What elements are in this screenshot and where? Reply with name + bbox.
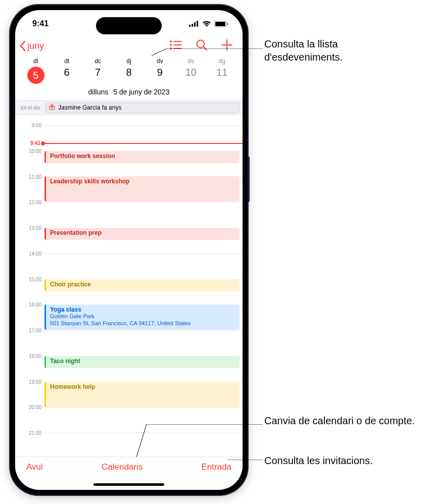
event-title: Choir practice	[50, 281, 91, 288]
weekday-label: dv	[145, 58, 175, 65]
status-icons	[189, 21, 228, 27]
leader-line	[136, 424, 263, 465]
wifi-icon	[202, 21, 211, 27]
event-portfolio[interactable]: Portfolio work session	[44, 151, 240, 163]
day-cell[interactable]: 9	[145, 67, 175, 84]
hour-label: 17:00	[17, 328, 41, 333]
hour-label: 13:00	[17, 225, 41, 231]
day-cell[interactable]: 6	[51, 67, 82, 84]
all-day-row: tot el dia Jasmine Garcia fa anys	[15, 100, 243, 115]
day-cell[interactable]: 7	[82, 67, 113, 84]
full-date-dow: dilluns	[88, 88, 109, 96]
home-indicator[interactable]	[93, 483, 164, 486]
timeline[interactable]: 9:00 10:00 11:00 12:00 13:00 14:00 15:00…	[15, 115, 243, 448]
event-yoga[interactable]: Yoga class Golden Gate Park 501 Stanyan …	[44, 305, 240, 330]
status-time: 9:41	[32, 19, 49, 28]
battery-icon	[214, 21, 228, 27]
event-homework[interactable]: Homework help	[44, 382, 240, 407]
svg-rect-2	[194, 22, 196, 27]
phone-frame: 9:41 juny	[10, 5, 248, 495]
back-button[interactable]: juny	[19, 41, 44, 52]
hour-label: 18:00	[17, 353, 41, 359]
svg-point-13	[197, 40, 205, 48]
weekday-label: dj	[113, 58, 144, 65]
hour-label: 19:00	[17, 379, 41, 384]
time-gutter: 9:00 10:00 11:00 12:00 13:00 14:00 15:00…	[15, 115, 43, 448]
callout-list: Consulta la llista d'esdeveniments.	[264, 37, 416, 64]
event-title: Homework help	[50, 383, 95, 390]
now-label: 9:41	[15, 140, 40, 146]
event-title: Taco night	[50, 358, 80, 365]
svg-rect-5	[215, 22, 225, 26]
back-label: juny	[27, 41, 44, 52]
all-day-event[interactable]: Jasmine Garcia fa anys	[45, 103, 240, 113]
chevron-left-icon	[19, 41, 26, 51]
cellular-icon	[189, 21, 199, 27]
hour-label: 10:00	[17, 148, 41, 154]
day-cell[interactable]: 11	[207, 67, 238, 84]
now-indicator	[43, 143, 243, 144]
leader-line	[227, 460, 263, 465]
day-number-row: 5 6 7 8 9 10 11	[15, 65, 243, 88]
event-title: Portfolio work session	[50, 153, 115, 160]
hour-label: 21:00	[17, 430, 41, 436]
svg-rect-10	[173, 44, 182, 45]
weekday-label: ds	[175, 58, 206, 65]
gift-icon	[49, 104, 55, 112]
svg-rect-6	[227, 23, 228, 25]
svg-rect-8	[173, 41, 182, 42]
event-title: Yoga class	[50, 306, 81, 313]
weekday-label: dt	[51, 58, 82, 65]
all-day-event-title: Jasmine Garcia fa anys	[58, 104, 121, 111]
day-cell[interactable]: 8	[113, 67, 144, 84]
today-button[interactable]: Avui	[26, 462, 43, 472]
event-taco[interactable]: Taco night	[44, 356, 240, 368]
day-cell[interactable]: 10	[175, 67, 206, 84]
screen: 9:41 juny	[15, 10, 243, 490]
svg-point-9	[170, 44, 172, 46]
full-date-text: 5 de juny de 2023	[113, 88, 169, 96]
weekday-label: dc	[82, 58, 113, 65]
event-presentation[interactable]: Presentation prep	[44, 228, 240, 240]
hour-label: 12:00	[17, 199, 41, 205]
svg-rect-3	[197, 21, 198, 27]
event-leadership[interactable]: Leadership skills workshop	[44, 176, 240, 201]
day-cell-selected[interactable]: 5	[20, 67, 51, 84]
hour-label: 9:00	[17, 123, 41, 128]
event-location: Golden Gate Park	[50, 313, 235, 320]
svg-point-7	[170, 40, 172, 42]
all-day-label: tot el dia	[15, 105, 45, 111]
weekday-header: dl dt dc dj dv ds dg	[15, 58, 243, 65]
event-choir[interactable]: Choir practice	[44, 279, 240, 291]
weekday-label: dg	[207, 58, 238, 65]
dynamic-island	[96, 17, 162, 34]
hour-label: 20:00	[17, 405, 41, 410]
hour-label: 16:00	[17, 302, 41, 308]
event-title: Presentation prep	[50, 229, 102, 236]
weekday-label: dl	[20, 58, 51, 65]
full-date: dilluns 5 de juny de 2023	[15, 88, 243, 100]
event-title: Leadership skills workshop	[50, 178, 129, 185]
leader-line	[152, 48, 263, 59]
callout-invites: Consulta les invitacions.	[264, 454, 421, 467]
event-address: 501 Stanyan St, San Francisco, CA 94117,…	[50, 320, 235, 327]
hour-label: 15:00	[17, 276, 41, 282]
callout-switch: Canvia de calendari o de compte.	[264, 414, 416, 427]
svg-rect-1	[192, 24, 193, 27]
svg-rect-0	[189, 25, 191, 27]
hour-label: 14:00	[17, 250, 41, 256]
hour-label: 11:00	[17, 174, 41, 179]
